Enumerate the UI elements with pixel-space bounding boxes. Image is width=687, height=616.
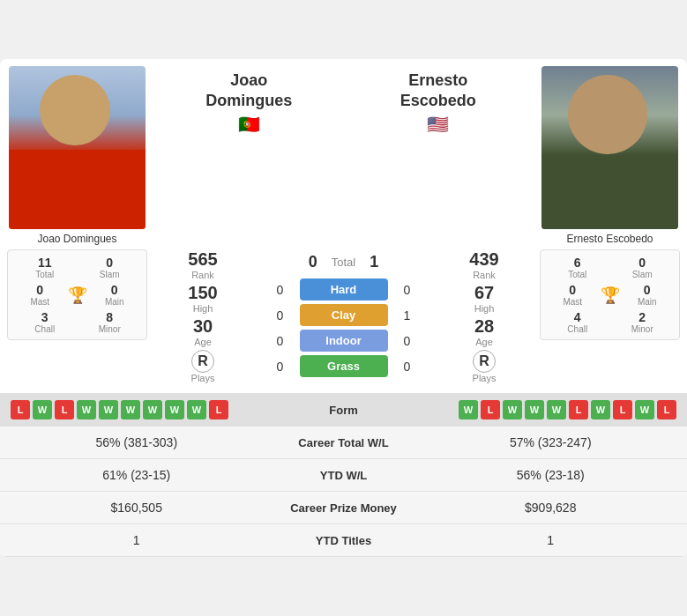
grass-left-score: 0: [268, 360, 293, 374]
right-rank-stat: 439 Rank: [469, 249, 498, 280]
form-badge-left: W: [99, 400, 118, 419]
left-total-slam-row: 11 Total 0 Slam: [12, 256, 142, 279]
indoor-left-score: 0: [268, 334, 293, 348]
form-badge-left: W: [77, 400, 96, 419]
right-mast-main-row: 0 Mast 🏆 0 Main: [545, 283, 675, 307]
right-plays-stat: R Plays: [473, 350, 497, 383]
stats-row-label: YTD W/L: [256, 469, 432, 482]
form-badge-right: W: [635, 400, 654, 419]
total-score-right: 1: [370, 253, 378, 271]
form-label: Form: [300, 404, 388, 417]
form-badge-left: L: [55, 400, 74, 419]
form-badge-right: L: [613, 400, 632, 419]
right-player-name-below: Ernesto Escobedo: [566, 233, 653, 245]
left-main-stat: 0 Main: [87, 283, 143, 307]
stats-row-right-val: $909,628: [432, 501, 670, 515]
hard-left-score: 0: [268, 283, 293, 297]
clay-button[interactable]: Clay: [300, 304, 388, 326]
left-chall-stat: 3 Chall: [12, 310, 78, 334]
right-age-stat: 28 Age: [474, 316, 494, 347]
surface-clay-row: 0 Clay 1: [268, 304, 420, 326]
indoor-right-score: 0: [395, 334, 420, 348]
stats-row-left-val: $160,505: [18, 501, 256, 515]
left-trophy-icon: 🏆: [68, 283, 87, 307]
left-plays-stat: R Plays: [191, 350, 215, 383]
indoor-button[interactable]: Indoor: [300, 330, 388, 352]
left-minor-stat: 8 Minor: [78, 310, 143, 334]
stats-row: 1 YTD Titles 1: [0, 524, 687, 557]
right-mast-stat: 0 Mast: [545, 283, 601, 307]
right-flag: 🇺🇸: [427, 114, 449, 135]
stats-middle-row: 11 Total 0 Slam 0 Mast 🏆: [0, 245, 687, 388]
stats-row-right-val: 57% (323-247): [432, 435, 670, 449]
left-total-stat: 11 Total: [12, 256, 78, 279]
right-chall-stat: 4 Chall: [545, 310, 610, 334]
form-badge-left: W: [121, 400, 140, 419]
grass-right-score: 0: [395, 360, 420, 374]
stats-row-label: YTD Titles: [256, 534, 432, 547]
right-rank-area: 439 Rank 67 High 28 Age R Plays: [436, 249, 533, 383]
left-mast-main-row: 0 Mast 🏆 0 Main: [12, 283, 142, 307]
right-stats-col: 6 Total 0 Slam 0 Mast 🏆: [533, 249, 687, 383]
left-player-name-below: Joao Domingues: [37, 233, 116, 245]
stats-row-left-val: 1: [18, 533, 256, 547]
right-chall-minor-row: 4 Chall 2 Minor: [545, 310, 675, 334]
right-stats-box: 6 Total 0 Slam 0 Mast 🏆: [540, 249, 680, 340]
right-player-photo-col: Ernesto Escobedo: [533, 66, 687, 245]
right-total-slam-row: 6 Total 0 Slam: [545, 256, 675, 279]
left-player-photo-col: Joao Domingues: [0, 66, 154, 245]
rank-surfaces-row: 565 Rank 150 High 30 Age R Plays: [154, 249, 533, 383]
right-player-name-header: Ernesto Escobedo: [400, 71, 476, 112]
center-header-right: Ernesto Escobedo 🇺🇸: [344, 66, 534, 245]
grass-button[interactable]: Grass: [300, 355, 388, 377]
form-badge-right: W: [525, 400, 544, 419]
right-main-stat: 0 Main: [620, 283, 676, 307]
right-slam-stat: 0 Slam: [610, 256, 676, 279]
center-header: Joao Domingues 🇵🇹: [154, 66, 344, 245]
stats-row-left-val: 56% (381-303): [18, 435, 256, 449]
total-score-row: 0 Total 1: [309, 253, 379, 271]
form-badge-left: L: [209, 400, 228, 419]
left-player-name-header: Joao Domingues: [205, 71, 292, 112]
right-minor-stat: 2 Minor: [610, 310, 676, 334]
clay-right-score: 1: [395, 308, 420, 323]
clay-left-score: 0: [268, 308, 293, 323]
surface-indoor-row: 0 Indoor 0: [268, 330, 420, 352]
left-rank-stat: 565 Rank: [188, 249, 217, 280]
stats-row: $160,505 Career Prize Money $909,628: [0, 492, 687, 524]
player-header-row: Joao Domingues Joao Domingues 🇵🇹 Ernesto…: [0, 59, 687, 245]
left-flag: 🇵🇹: [238, 114, 260, 135]
surfaces-col: 0 Total 1 0 Hard 0 0 Clay 1: [251, 249, 436, 377]
left-rank-area: 565 Rank 150 High 30 Age R Plays: [154, 249, 251, 383]
stats-row-left-val: 61% (23-15): [18, 468, 256, 482]
form-left-badges: LWLWWWWWWL: [11, 400, 300, 419]
form-badge-right: W: [547, 400, 566, 419]
hard-button[interactable]: Hard: [300, 278, 388, 301]
form-section: LWLWWWWWWL Form WLWWWLWLWL: [0, 393, 687, 427]
form-badge-left: W: [33, 400, 52, 419]
surface-hard-row: 0 Hard 0: [268, 278, 420, 301]
career-stats-section: 56% (381-303) Career Total W/L 57% (323-…: [0, 427, 687, 557]
surface-grass-row: 0 Grass 0: [268, 355, 420, 377]
form-badge-right: L: [569, 400, 588, 419]
stats-row-right-val: 56% (23-18): [432, 468, 670, 482]
total-label: Total: [332, 256, 355, 269]
stats-row-label: Career Total W/L: [256, 436, 432, 449]
form-badge-right: W: [591, 400, 610, 419]
form-badge-right: W: [503, 400, 522, 419]
left-chall-minor-row: 3 Chall 8 Minor: [12, 310, 142, 334]
hard-right-score: 0: [395, 283, 420, 297]
center-stats-surfaces: 565 Rank 150 High 30 Age R Plays: [154, 249, 533, 383]
form-badge-left: W: [187, 400, 206, 419]
form-badge-right: L: [481, 400, 500, 419]
left-high-stat: 150 High: [188, 283, 217, 314]
total-score-left: 0: [309, 253, 317, 271]
form-right-badges: WLWWWLWLWL: [388, 400, 677, 419]
form-badge-left: L: [11, 400, 30, 419]
form-badge-right: W: [459, 400, 478, 419]
right-trophy-icon: 🏆: [601, 283, 620, 307]
left-stats-col: 11 Total 0 Slam 0 Mast 🏆: [0, 249, 154, 383]
form-badge-left: W: [165, 400, 184, 419]
left-age-stat: 30 Age: [193, 316, 213, 347]
stats-row-label: Career Prize Money: [256, 501, 432, 515]
